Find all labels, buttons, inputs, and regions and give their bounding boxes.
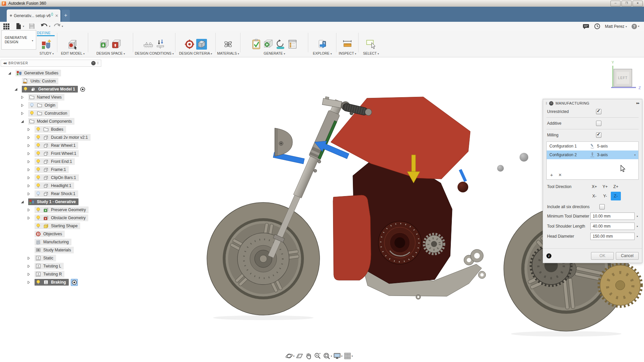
dialog-expand-icon[interactable]: ▶▶ (636, 102, 639, 105)
config-type-caret-icon[interactable]: ▾ (634, 154, 636, 157)
preserve-geometry-icon[interactable] (99, 39, 110, 50)
redo-icon[interactable] (53, 22, 61, 30)
tree-item-construction[interactable]: Construction (1, 109, 101, 117)
group-label-inspect[interactable]: INSPECT ▾ (339, 51, 356, 56)
task-manager-icon[interactable] (287, 39, 298, 50)
obstacle-lower-panel[interactable] (333, 195, 371, 280)
minimize-button[interactable]: ─ (610, 1, 621, 6)
edit-model-icon[interactable] (67, 39, 78, 50)
objectives-icon[interactable] (184, 39, 195, 50)
measure-icon[interactable] (342, 39, 353, 50)
ok-button[interactable]: OK (591, 252, 614, 260)
new-study-icon[interactable] (41, 39, 52, 50)
file-menu-caret-icon[interactable]: ▾ (23, 25, 24, 28)
tree-item-clipon-bars-1[interactable]: ClipOn Bars:1 (1, 174, 101, 182)
tree-item-generative-model-1[interactable]: Generative Model 1 (1, 85, 101, 93)
group-label-select[interactable]: SELECT ▾ (363, 51, 379, 56)
app-grid-menu-icon[interactable] (3, 22, 10, 30)
tree-item-ducati-2v-motor-v2-1[interactable]: Ducati 2v motor v2:1 (1, 133, 101, 141)
group-label-design-conditions[interactable]: DESIGN CONDITIONS ▾ (135, 51, 174, 56)
tree-item-braking[interactable]: Braking (1, 278, 101, 286)
tool-direction-x-minusplus[interactable]: X+ (589, 182, 599, 191)
tool-direction-y-minus[interactable]: Y- (600, 192, 610, 200)
additive-checkbox[interactable] (596, 121, 601, 126)
tree-item-frame-1[interactable]: Frame:1 (1, 166, 101, 174)
help-menu[interactable]: ? ▾ (632, 24, 639, 29)
tree-item-starting-shape[interactable]: Starting Shape (1, 222, 101, 230)
tree-item-manufacturing[interactable]: Manufacturing (1, 238, 101, 246)
tree-item-obstacle-geometry[interactable]: Obstacle Geometry (1, 214, 101, 222)
cancel-button[interactable]: Cancel (616, 252, 639, 260)
activate-radio[interactable] (80, 86, 86, 92)
group-label-design-criteria[interactable]: DESIGN CRITERIA ▾ (179, 51, 212, 56)
group-label-design-space[interactable]: DESIGN SPACE ▾ (97, 51, 125, 56)
tree-item-named-views[interactable]: Named Views (1, 93, 101, 101)
restore-button[interactable]: ❐ (622, 1, 632, 6)
head-diameter-caret-icon[interactable]: ▾ (637, 235, 638, 238)
workspace-switcher[interactable]: GENERATIVE DESIGN ▾ (1, 30, 36, 50)
headlight-model[interactable] (275, 128, 292, 156)
configuration-row-1[interactable]: Configuration 15-axis (547, 142, 638, 150)
include-all-checkbox[interactable] (599, 204, 605, 209)
tree-item-generative-studies[interactable]: Generative Studies (1, 69, 101, 77)
obstacle-geometry-icon[interactable] (111, 39, 122, 50)
explore-icon[interactable] (317, 39, 328, 50)
unrestricted-checkbox[interactable] (596, 109, 601, 114)
generate-icon[interactable] (263, 39, 274, 50)
group-label-explore[interactable]: EXPLORE ▾ (313, 51, 332, 56)
tree-item-twisting-l[interactable]: Twisting L (1, 262, 101, 270)
select-icon[interactable] (366, 39, 376, 50)
look-at-tool[interactable] (296, 352, 304, 360)
undo-caret-icon[interactable]: ▾ (49, 25, 50, 28)
dialog-grip-icon[interactable]: ‖ (546, 102, 547, 105)
new-tab-button[interactable]: + (62, 10, 70, 22)
zoom-tool[interactable] (314, 352, 322, 360)
browser-collapse-icon[interactable]: ◀◀ (3, 62, 6, 65)
tree-item-rear-shock-1[interactable]: Rear Shock:1 (1, 190, 101, 198)
display-settings[interactable]: ▾ (333, 352, 342, 360)
activate-radio[interactable] (71, 279, 78, 286)
tree-item-headlight-1[interactable]: Headlight:1 (1, 182, 101, 190)
group-label-edit-model[interactable]: EDIT MODEL ▾ (61, 51, 85, 56)
close-button[interactable]: ✕ (633, 1, 643, 6)
tree-item-objectives[interactable]: Objectives (1, 230, 101, 238)
save-icon[interactable] (28, 22, 36, 30)
tool-shoulder-length-input[interactable] (590, 223, 635, 230)
tool-direction-z-minusplus[interactable]: Z+ (611, 182, 621, 191)
tree-item-study-materials[interactable]: Study Materials (1, 246, 101, 254)
tree-item-front-end-1[interactable]: Front End:1 (1, 158, 101, 166)
tree-item-model-components[interactable]: Model Components (1, 117, 101, 125)
tree-item-rear-wheel-1[interactable]: Rear Wheel:1 (1, 141, 101, 149)
feedback-comment-icon[interactable] (583, 23, 589, 29)
min-tool-diameter-input[interactable] (590, 213, 635, 220)
document-tab[interactable]: Generativ... setup v6 ✕ (7, 9, 60, 22)
file-menu-icon[interactable] (15, 22, 22, 30)
group-label-generate[interactable]: GENERATE ▾ (264, 51, 285, 56)
add-configuration-button[interactable]: + (550, 172, 553, 178)
tree-item-units-custom[interactable]: Units: Custom (1, 77, 101, 85)
tree-item-study-1-generative[interactable]: Study 1 - Generative (1, 198, 101, 206)
tree-item-front-wheel-1[interactable]: Front Wheel:1 (1, 149, 101, 158)
fit-tool[interactable]: ▾ (323, 352, 332, 360)
tool-direction-z-minus[interactable]: Z- (611, 192, 621, 200)
dialog-collapse-icon[interactable]: − (549, 101, 553, 106)
tool-shoulder-length-caret-icon[interactable]: ▾ (637, 225, 638, 228)
pan-tool[interactable] (305, 352, 313, 360)
tree-item-bodies[interactable]: Bodies (1, 125, 101, 133)
configuration-row-2[interactable]: Configuration 23-axis▾ (547, 150, 638, 159)
viewcube[interactable]: LEFT Y Z (608, 60, 643, 93)
min-tool-diameter-caret-icon[interactable]: ▾ (637, 215, 638, 218)
manufacturing-icon[interactable] (196, 39, 207, 50)
tree-item-preserve-geometry[interactable]: Preserve Geometry (1, 206, 101, 214)
dialog-header[interactable]: ‖ − MANUFACTURING ▶▶ (543, 99, 642, 107)
milling-checkbox[interactable] (596, 132, 601, 138)
browser-grip-icon[interactable]: ‖ (97, 61, 99, 65)
remove-configuration-button[interactable]: ✕ (558, 172, 562, 178)
orbit-tool[interactable]: ▾ (285, 352, 294, 360)
tree-item-static[interactable]: Static (1, 254, 101, 262)
pre-check-icon[interactable] (251, 39, 262, 50)
tool-direction-x-minus[interactable]: X- (589, 192, 599, 200)
tree-item-twisting-r[interactable]: Twisting R (1, 270, 101, 278)
info-icon[interactable]: i (546, 253, 551, 258)
user-name[interactable]: Matt Perez ▾ (605, 24, 627, 29)
